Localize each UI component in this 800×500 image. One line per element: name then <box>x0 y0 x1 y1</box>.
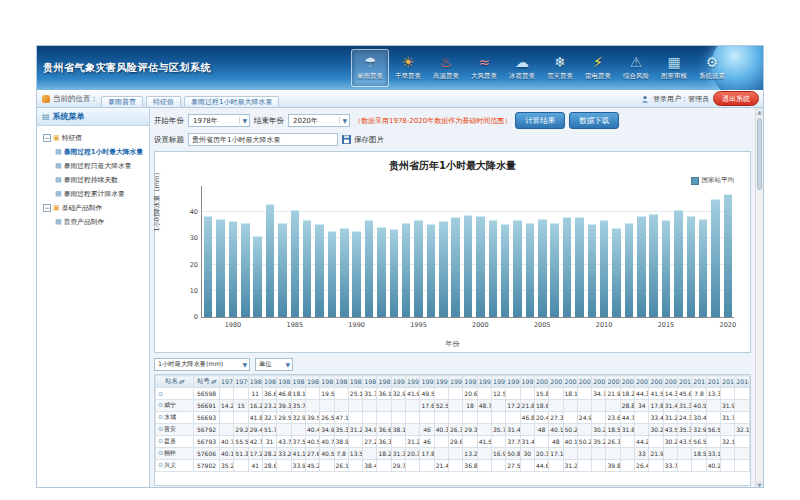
sidebar-item-暴雨过程日最大降水量[interactable]: ▤暴雨过程日最大降水量 <box>39 159 147 173</box>
col-year-2008[interactable]: 2008 <box>649 376 663 388</box>
table-row[interactable]: ⊙水城5669341.832.729.532.939.526.547.146.8… <box>156 412 750 424</box>
nav-雪灾普查[interactable]: ❄雪灾普查 <box>541 49 579 87</box>
col-year-2007[interactable]: 2007 <box>635 376 649 388</box>
col-year-2009[interactable]: 2009 <box>663 376 677 388</box>
col-year-2011[interactable]: 2011 <box>692 376 706 388</box>
col-year-1998[interactable]: 1998 <box>506 376 520 388</box>
end-year-select[interactable]: 2020年 ▼ <box>288 114 350 127</box>
col-year-1989[interactable]: 1989 <box>377 376 391 388</box>
sidebar-item-暴雨过程1小时最大降水量[interactable]: ▤暴雨过程1小时最大降水量 <box>39 145 147 159</box>
scroll-up-arrow[interactable]: ▲ <box>756 108 763 116</box>
nav-干旱普查[interactable]: ☀干旱普查 <box>389 49 427 87</box>
sidebar-item-暴雨过程持续天数[interactable]: ▤暴雨过程持续天数 <box>39 173 147 187</box>
scroll-down-arrow[interactable]: ▼ <box>756 481 763 488</box>
col-year-2002[interactable]: 2002 <box>563 376 577 388</box>
logout-button[interactable]: 退出系统 <box>713 91 759 106</box>
data-download-button[interactable]: 数据下载 <box>569 112 619 129</box>
nav-系统设置[interactable]: ⚙系统设置 <box>693 49 731 87</box>
col-year-1986[interactable]: 1986 <box>334 376 348 388</box>
table-row[interactable]: ⊙565981136.646.818.119.525.131.336.132.9… <box>156 388 750 400</box>
nav-冰雹普查[interactable]: ☁冰雹普查 <box>503 49 541 87</box>
save-image-button[interactable]: 保存图片 <box>342 135 384 145</box>
col-year-1996[interactable]: 1996 <box>477 376 491 388</box>
col-year-2005[interactable]: 2005 <box>606 376 620 388</box>
scrollbar-thumb[interactable] <box>757 118 762 190</box>
row-select-icon[interactable]: ⊙ <box>158 413 163 420</box>
col-year-1978[interactable]: 1978 <box>220 376 234 388</box>
col-year-1982[interactable]: 1982 <box>277 376 291 388</box>
col-year-1995[interactable]: 1995 <box>463 376 477 388</box>
menu-icon: ▤ <box>42 112 50 121</box>
row-select-icon[interactable]: ⊙ <box>158 449 163 456</box>
value-cell: 32.9 <box>391 388 405 400</box>
nav-大风普查[interactable]: ≈大风普查 <box>465 49 503 87</box>
sidebar-item-暴雨过程累计降水量[interactable]: ▤暴雨过程累计降水量 <box>39 187 147 201</box>
nav-暴雨普查[interactable]: ☂暴雨普查 <box>351 49 389 87</box>
sort-icon[interactable]: ▲▼ <box>179 379 184 384</box>
col-year-1999[interactable]: 1999 <box>520 376 534 388</box>
table-row[interactable]: ⊙威宁5669114.21516.223.239.335.717.652.518… <box>156 400 750 412</box>
col-year-1979[interactable]: 1979 <box>234 376 248 388</box>
col-year-2003[interactable]: 2003 <box>577 376 591 388</box>
col-year-1987[interactable]: 1987 <box>348 376 362 388</box>
col-year-2014[interactable]: 2014 <box>735 376 750 388</box>
value-cell <box>391 412 405 424</box>
nav-雷电普查[interactable]: ⚡雷电普查 <box>579 49 617 87</box>
table-row[interactable]: ⊙桐梓5760640.151.317.228.233.241.127.640.5… <box>156 448 750 460</box>
col-year-1990[interactable]: 1990 <box>391 376 405 388</box>
table-row[interactable]: ⊙兴义5790235.24128.633.945.226.138.429.721… <box>156 460 750 472</box>
col-year-2001[interactable]: 2001 <box>549 376 563 388</box>
col-year-1994[interactable]: 1994 <box>449 376 463 388</box>
table-row[interactable]: ⊙普安5679229.229.451.740.434.935.331.234.9… <box>156 424 750 436</box>
col-station-id[interactable]: 站号▲▼ <box>194 376 220 388</box>
row-select-icon[interactable]: ⊙ <box>158 437 163 444</box>
row-select-icon[interactable]: ⊙ <box>158 390 163 397</box>
vertical-scrollbar[interactable]: ▲ ▼ <box>755 108 763 488</box>
sidebar-item-基础产品制作[interactable]: −▣基础产品制作 <box>39 201 147 215</box>
value-cell <box>406 400 420 412</box>
row-select-icon[interactable]: ⊙ <box>158 401 163 408</box>
col-year-2000[interactable]: 2000 <box>534 376 548 388</box>
breadcrumb-item[interactable]: 暴雨过程1小时最大降水量 <box>184 96 279 108</box>
col-year-1997[interactable]: 1997 <box>491 376 505 388</box>
sort-icon[interactable]: ▲▼ <box>211 379 216 384</box>
col-year-2010[interactable]: 2010 <box>678 376 692 388</box>
value-cell <box>406 424 420 436</box>
value-cell: 27.3 <box>549 412 563 424</box>
col-year-1991[interactable]: 1991 <box>406 376 420 388</box>
col-year-2006[interactable]: 2006 <box>620 376 634 388</box>
start-year-select[interactable]: 1978年 ▼ <box>188 114 250 127</box>
nav-高温普查[interactable]: ♨高温普查 <box>427 49 465 87</box>
variable-filter-select[interactable]: 1小时最大降水量(mm) ▼ <box>154 358 250 371</box>
row-select-icon[interactable]: ⊙ <box>158 425 163 432</box>
nav-图形审核[interactable]: ▦图形审核 <box>655 49 693 87</box>
breadcrumb-label: 当前的位置： <box>53 94 98 104</box>
calculate-button[interactable]: 计算结果 <box>515 112 565 129</box>
breadcrumb-item[interactable]: 暴雨普查 <box>101 96 143 108</box>
col-year-2013[interactable]: 2013 <box>720 376 734 388</box>
sidebar-item-普查产品制作[interactable]: ▤普查产品制作 <box>39 215 147 229</box>
hail-icon: ☁ <box>515 55 529 70</box>
chart-title-input[interactable] <box>188 133 338 146</box>
bar-slot-2011 <box>610 186 622 317</box>
breadcrumb-item[interactable]: 特征值 <box>146 96 181 108</box>
col-year-2012[interactable]: 2012 <box>706 376 720 388</box>
col-year-1988[interactable]: 1988 <box>363 376 377 388</box>
nav-综合风险[interactable]: ⚠综合风险 <box>617 49 655 87</box>
row-select-icon[interactable]: ⊙ <box>158 461 163 468</box>
col-year-1992[interactable]: 1992 <box>420 376 434 388</box>
bar-2009 <box>588 224 596 317</box>
expand-collapse-icon[interactable]: − <box>43 204 51 212</box>
col-year-1983[interactable]: 1983 <box>291 376 305 388</box>
sidebar-item-特征值[interactable]: −▣特征值 <box>39 131 147 145</box>
col-year-1981[interactable]: 1981 <box>262 376 276 388</box>
unit-filter-select[interactable]: 单位 ▼ <box>255 358 293 371</box>
col-year-1985[interactable]: 1985 <box>320 376 334 388</box>
table-row[interactable]: ⊙盘县5679340.755.542.73143.737.540.540.738… <box>156 436 750 448</box>
col-year-1993[interactable]: 1993 <box>434 376 448 388</box>
col-year-1980[interactable]: 1980 <box>248 376 262 388</box>
col-year-2004[interactable]: 2004 <box>592 376 606 388</box>
col-station-name[interactable]: 站名▲▼ <box>156 376 194 388</box>
expand-collapse-icon[interactable]: − <box>43 134 51 142</box>
col-year-1984[interactable]: 1984 <box>305 376 319 388</box>
